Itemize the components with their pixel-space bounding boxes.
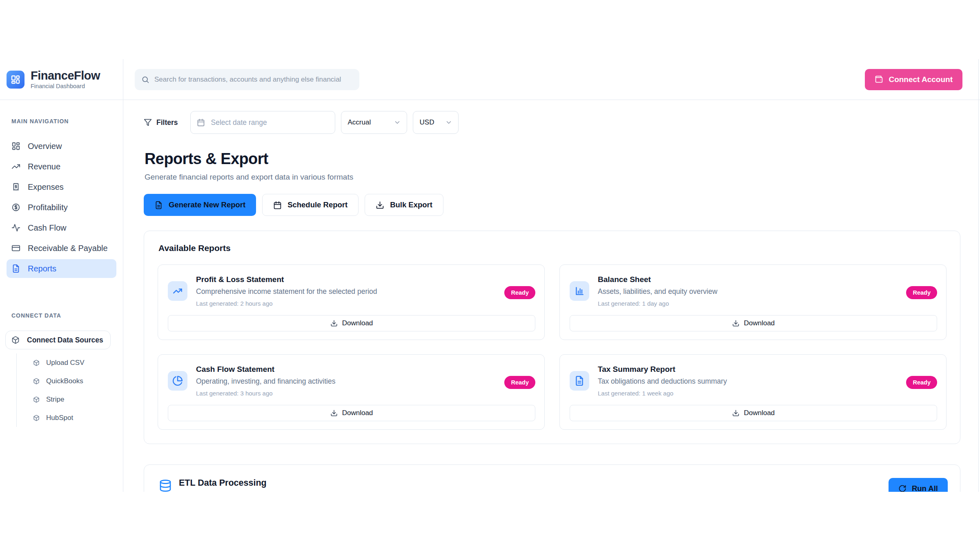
filter-funnel-icon (144, 118, 152, 127)
file-text-icon (154, 201, 163, 209)
chevron-down-icon (445, 119, 452, 126)
report-title: Tax Summary Report (598, 365, 906, 374)
run-all-label: Run All (912, 484, 938, 492)
date-range-field (190, 111, 335, 134)
sidebar-item-label: Revenue (28, 162, 60, 171)
search-icon (141, 76, 149, 84)
package-icon (33, 415, 40, 421)
report-description: Comprehensive income statement for the s… (196, 287, 504, 296)
connect-data-sources-label: Connect Data Sources (27, 336, 103, 344)
credit-card-icon (11, 244, 20, 253)
report-description: Operating, investing, and financing acti… (196, 377, 504, 386)
report-title: Profit & Loss Statement (196, 275, 504, 284)
report-icon-box (168, 281, 187, 301)
brand-text: FinanceFlow Financial Dashboard (31, 69, 100, 89)
calendar-icon (197, 118, 205, 127)
sidebar-item-revenue[interactable]: Revenue (7, 157, 116, 176)
sidebar-item-label: Profitability (28, 203, 68, 212)
report-description: Tax obligations and deductions summary (598, 377, 906, 386)
sidebar-item-overview[interactable]: Overview (7, 137, 116, 156)
database-icon (159, 479, 172, 492)
currency-value: USD (420, 118, 434, 127)
connect-account-label: Connect Account (889, 75, 953, 84)
dashboard-grid-icon (11, 75, 20, 84)
dollar-circle-icon (11, 203, 20, 212)
sidebar-item-label: Receivable & Payable (28, 244, 108, 253)
top-bar: Connect Account (123, 59, 980, 100)
package-icon (11, 336, 20, 344)
source-item-quickbooks[interactable]: QuickBooks (17, 372, 116, 390)
source-item-label: QuickBooks (46, 377, 83, 385)
grid-icon (11, 142, 20, 151)
report-card-balance-sheet: Balance Sheet Assets, liabilities, and e… (559, 264, 947, 340)
report-title: Cash Flow Statement (196, 365, 504, 374)
status-badge: Ready (906, 376, 937, 389)
sidebar-nav: MAIN NAVIGATION Overview Revenue Expense… (0, 118, 123, 427)
etl-title: ETL Data Processing (179, 478, 278, 488)
report-icon-box (168, 371, 187, 391)
etl-panel: ETL Data Processing Process and refresh … (144, 464, 960, 492)
download-button[interactable]: Download (168, 405, 535, 421)
reports-grid: Profit & Loss Statement Comprehensive in… (158, 264, 947, 430)
report-card-profit-loss: Profit & Loss Statement Comprehensive in… (158, 264, 545, 340)
accounting-basis-select[interactable]: Accrual (341, 111, 407, 134)
report-card-cash-flow: Cash Flow Statement Operating, investing… (158, 354, 545, 430)
download-icon (376, 201, 384, 209)
sidebar-item-receivable-payable[interactable]: Receivable & Payable (7, 239, 116, 258)
source-item-upload-csv[interactable]: Upload CSV (17, 353, 116, 372)
filters-row: Filters Accrual USD (144, 111, 960, 134)
download-button[interactable]: Download (168, 315, 535, 331)
search-bar (135, 69, 359, 90)
schedule-report-button[interactable]: Schedule Report (262, 194, 359, 216)
download-icon (330, 320, 338, 327)
source-item-hubspot[interactable]: HubSpot (17, 409, 116, 427)
download-label: Download (342, 409, 373, 417)
filters-toggle[interactable]: Filters (144, 118, 178, 127)
generate-new-report-button[interactable]: Generate New Report (144, 194, 256, 216)
date-range-input[interactable] (190, 111, 335, 134)
report-last-generated: Last generated: 3 hours ago (196, 390, 504, 397)
sidebar-item-expenses[interactable]: Expenses (7, 178, 116, 196)
sidebar-item-label: Reports (28, 264, 56, 273)
refresh-icon (898, 484, 906, 492)
available-reports-panel: Available Reports Profit & Loss Statemen… (144, 231, 960, 444)
bulk-export-label: Bulk Export (390, 200, 432, 209)
package-icon (33, 378, 40, 384)
run-all-button[interactable]: Run All (889, 478, 948, 492)
file-text-icon (11, 264, 20, 273)
report-last-generated: Last generated: 1 week ago (598, 390, 906, 397)
download-button[interactable]: Download (570, 405, 937, 421)
package-icon (33, 396, 40, 403)
main-navigation-label: MAIN NAVIGATION (11, 118, 116, 124)
status-badge: Ready (504, 286, 535, 299)
bulk-export-button[interactable]: Bulk Export (365, 194, 443, 216)
sidebar-item-reports[interactable]: Reports (7, 259, 116, 278)
download-label: Download (744, 319, 775, 327)
sidebar-item-label: Cash Flow (28, 223, 66, 233)
wallet-icon (875, 75, 883, 84)
report-icon-box (570, 371, 589, 391)
search-input[interactable] (135, 69, 359, 90)
filters-label: Filters (156, 118, 178, 127)
sidebar-item-cash-flow[interactable]: Cash Flow (7, 218, 116, 237)
download-button[interactable]: Download (570, 315, 937, 331)
download-label: Download (342, 319, 373, 327)
connect-account-button[interactable]: Connect Account (865, 69, 962, 90)
connect-data-sources-button[interactable]: Connect Data Sources (5, 331, 111, 349)
currency-select[interactable]: USD (413, 111, 459, 134)
report-icon-box (570, 281, 589, 301)
sidebar-item-profitability[interactable]: Profitability (7, 198, 116, 217)
calendar-icon (273, 201, 282, 209)
generate-new-report-label: Generate New Report (169, 200, 245, 209)
source-item-label: HubSpot (46, 414, 73, 422)
app-logo (7, 71, 24, 89)
report-last-generated: Last generated: 1 day ago (598, 300, 906, 307)
sidebar-item-label: Overview (28, 142, 62, 151)
schedule-report-label: Schedule Report (287, 200, 347, 209)
source-item-stripe[interactable]: Stripe (17, 390, 116, 409)
brand-header: FinanceFlow Financial Dashboard (0, 59, 123, 100)
report-last-generated: Last generated: 2 hours ago (196, 300, 504, 307)
page-content: Filters Accrual USD Reports & (123, 100, 980, 492)
download-label: Download (744, 409, 775, 417)
brand-name: FinanceFlow (31, 69, 100, 82)
